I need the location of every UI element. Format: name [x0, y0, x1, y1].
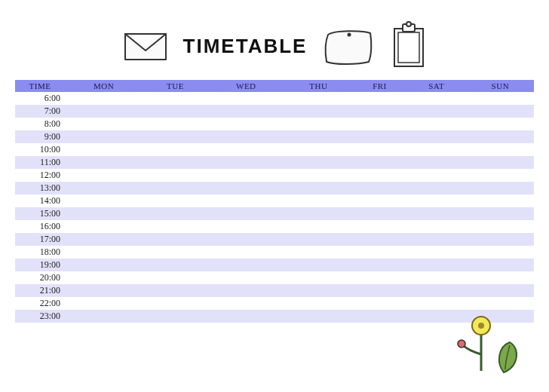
schedule-cell — [65, 130, 143, 143]
schedule-cell — [467, 233, 534, 246]
table-row: 20:00 — [15, 271, 534, 284]
time-cell: 6:00 — [15, 92, 65, 105]
flower-decoration-icon — [451, 311, 526, 381]
schedule-cell — [208, 207, 284, 220]
schedule-cell — [284, 246, 353, 259]
schedule-cell — [208, 194, 284, 207]
schedule-cell — [353, 143, 406, 156]
schedule-cell — [208, 310, 284, 323]
schedule-cell — [284, 297, 353, 310]
schedule-cell — [143, 207, 208, 220]
schedule-cell — [353, 92, 406, 105]
time-cell: 20:00 — [15, 271, 65, 284]
time-cell: 17:00 — [15, 233, 65, 246]
schedule-cell — [65, 105, 143, 118]
schedule-cell — [143, 259, 208, 271]
svg-point-4 — [406, 22, 411, 26]
schedule-cell — [467, 259, 534, 271]
schedule-cell — [208, 220, 284, 233]
time-cell: 19:00 — [15, 259, 65, 271]
table-row: 13:00 — [15, 182, 534, 194]
svg-rect-2 — [398, 32, 419, 63]
schedule-cell — [406, 105, 467, 118]
schedule-cell — [208, 92, 284, 105]
header: TIMETABLE — [0, 0, 549, 80]
schedule-cell — [467, 271, 534, 284]
schedule-cell — [353, 182, 406, 194]
schedule-cell — [353, 284, 406, 297]
schedule-cell — [406, 271, 467, 284]
schedule-cell — [65, 259, 143, 271]
time-cell: 13:00 — [15, 182, 65, 194]
schedule-cell — [284, 220, 353, 233]
schedule-cell — [406, 259, 467, 271]
schedule-cell — [143, 92, 208, 105]
schedule-cell — [208, 233, 284, 246]
time-cell: 15:00 — [15, 207, 65, 220]
schedule-cell — [467, 118, 534, 130]
table-row: 15:00 — [15, 207, 534, 220]
table-row: 19:00 — [15, 259, 534, 271]
col-header: TIME — [15, 80, 65, 92]
schedule-cell — [143, 271, 208, 284]
col-header: TUE — [143, 80, 208, 92]
schedule-cell — [208, 143, 284, 156]
schedule-cell — [353, 105, 406, 118]
schedule-cell — [467, 92, 534, 105]
schedule-cell — [65, 284, 143, 297]
schedule-cell — [143, 169, 208, 182]
time-cell: 23:00 — [15, 310, 65, 323]
schedule-cell — [208, 118, 284, 130]
schedule-cell — [143, 182, 208, 194]
table-row: 16:00 — [15, 220, 534, 233]
schedule-cell — [353, 271, 406, 284]
col-header: THU — [284, 80, 353, 92]
schedule-cell — [208, 169, 284, 182]
schedule-cell — [284, 169, 353, 182]
schedule-cell — [353, 246, 406, 259]
schedule-cell — [406, 220, 467, 233]
schedule-cell — [284, 143, 353, 156]
schedule-cell — [65, 220, 143, 233]
col-header: FRI — [353, 80, 406, 92]
schedule-cell — [406, 143, 467, 156]
table-row: 8:00 — [15, 118, 534, 130]
schedule-cell — [143, 105, 208, 118]
schedule-cell — [406, 92, 467, 105]
schedule-cell — [65, 297, 143, 310]
schedule-cell — [143, 194, 208, 207]
schedule-cell — [284, 182, 353, 194]
time-cell: 18:00 — [15, 246, 65, 259]
schedule-cell — [406, 194, 467, 207]
schedule-cell — [353, 233, 406, 246]
col-header: MON — [65, 80, 143, 92]
timetable-body: 6:007:008:009:0010:0011:0012:0013:0014:0… — [15, 92, 534, 323]
time-cell: 14:00 — [15, 194, 65, 207]
schedule-cell — [143, 310, 208, 323]
schedule-cell — [467, 182, 534, 194]
schedule-cell — [406, 233, 467, 246]
schedule-cell — [467, 156, 534, 169]
schedule-cell — [143, 156, 208, 169]
schedule-cell — [406, 169, 467, 182]
table-row: 11:00 — [15, 156, 534, 169]
timetable: TIMEMONTUEWEDTHUFRISATSUN 6:007:008:009:… — [15, 80, 534, 323]
schedule-cell — [208, 130, 284, 143]
schedule-cell — [406, 207, 467, 220]
schedule-cell — [284, 118, 353, 130]
time-cell: 7:00 — [15, 105, 65, 118]
schedule-cell — [406, 246, 467, 259]
schedule-cell — [65, 92, 143, 105]
schedule-cell — [208, 156, 284, 169]
schedule-cell — [208, 297, 284, 310]
schedule-cell — [143, 246, 208, 259]
schedule-cell — [467, 297, 534, 310]
table-row: 12:00 — [15, 169, 534, 182]
schedule-cell — [467, 130, 534, 143]
time-cell: 9:00 — [15, 130, 65, 143]
svg-point-7 — [478, 323, 484, 329]
schedule-cell — [467, 169, 534, 182]
schedule-cell — [467, 143, 534, 156]
schedule-cell — [353, 118, 406, 130]
schedule-cell — [353, 194, 406, 207]
